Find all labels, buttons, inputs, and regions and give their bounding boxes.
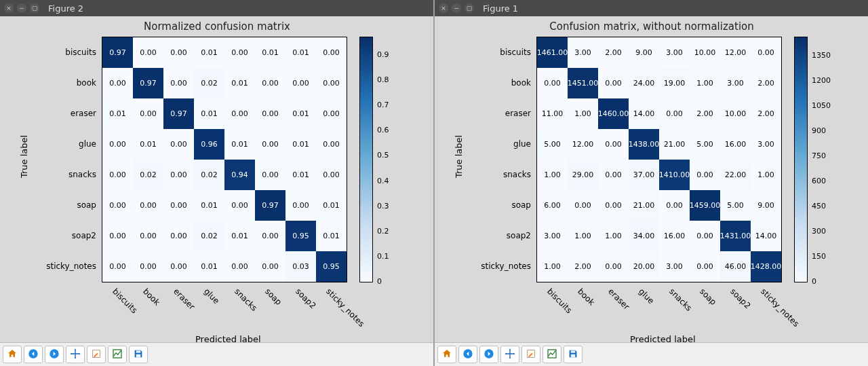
heatmap-cell: 0.00 bbox=[102, 129, 133, 160]
heatmap-cell: 5.00 bbox=[720, 190, 751, 221]
heatmap-cell: 0.00 bbox=[316, 98, 347, 129]
toolbar-home-button[interactable] bbox=[437, 346, 456, 363]
toolbar-edit-button[interactable] bbox=[87, 346, 106, 363]
heatmap-cell: 12.00 bbox=[720, 37, 751, 68]
colorbar-tick: 900 bbox=[812, 126, 826, 135]
heatmap-cell: 2.00 bbox=[568, 251, 598, 282]
colorbar-tick: 1200 bbox=[812, 76, 831, 85]
mpl-toolbar bbox=[435, 342, 868, 366]
heatmap-cell: 1459.00 bbox=[690, 190, 720, 221]
x-tick-label: eraser bbox=[172, 287, 197, 312]
toolbar-forward-button[interactable] bbox=[45, 346, 64, 363]
heatmap-cell: 1438.00 bbox=[629, 129, 659, 160]
y-tick-label: snacks bbox=[0, 159, 96, 189]
figure-window-2: × − ▢ Figure 2 Normalized confusion matr… bbox=[0, 0, 435, 366]
toolbar-home-button[interactable] bbox=[3, 346, 22, 363]
heatmap-cell: 0.01 bbox=[194, 251, 224, 282]
heatmap-cell: 1460.00 bbox=[598, 98, 629, 129]
y-axis-label: True label bbox=[454, 135, 464, 178]
edit-icon bbox=[91, 348, 102, 361]
y-tick-label: soap2 bbox=[0, 220, 96, 251]
x-tick-label: soap bbox=[698, 287, 718, 307]
heatmap-cell: 0.00 bbox=[224, 37, 255, 68]
x-tick-label: soap bbox=[263, 287, 283, 307]
heatmap-cell: 0.00 bbox=[255, 251, 285, 282]
colorbar bbox=[794, 37, 808, 282]
colorbar-tick: 0.7 bbox=[377, 100, 389, 109]
heatmap-cell: 0.03 bbox=[285, 251, 316, 282]
heatmap-cell: 5.00 bbox=[537, 129, 568, 160]
svg-rect-5 bbox=[136, 354, 141, 357]
heatmap-axes: 1461.003.002.009.003.0010.0012.000.000.0… bbox=[536, 37, 782, 282]
maximize-icon[interactable]: ▢ bbox=[30, 3, 39, 13]
colorbar-tick: 300 bbox=[812, 227, 826, 236]
minimize-icon[interactable]: − bbox=[452, 3, 461, 13]
heatmap-cell: 0.00 bbox=[255, 129, 285, 160]
home-icon bbox=[441, 348, 452, 361]
y-tick-label: sticky_notes bbox=[435, 251, 531, 281]
toolbar-save-button[interactable] bbox=[129, 346, 148, 363]
x-tick-label: sticky_notes bbox=[324, 287, 366, 329]
colorbar-tick: 1050 bbox=[812, 101, 831, 110]
heatmap-cell: 0.97 bbox=[255, 190, 285, 221]
toolbar-back-button[interactable] bbox=[24, 346, 43, 363]
heatmap-cell: 0.02 bbox=[194, 221, 224, 251]
toolbar-forward-button[interactable] bbox=[479, 346, 498, 363]
heatmap-cell: 34.00 bbox=[629, 221, 659, 251]
x-tick-label: sticky_notes bbox=[759, 287, 801, 329]
heatmap-cell: 0.00 bbox=[133, 37, 163, 68]
pan-icon bbox=[505, 348, 515, 361]
toolbar-edit-button[interactable] bbox=[521, 346, 540, 363]
heatmap-cell: 12.00 bbox=[568, 129, 598, 160]
close-icon[interactable]: × bbox=[439, 3, 448, 13]
heatmap-cell: 0.02 bbox=[133, 160, 163, 190]
heatmap-cell: 2.00 bbox=[598, 37, 629, 68]
heatmap-cell: 0.01 bbox=[224, 129, 255, 160]
colorbar-tick: 0.8 bbox=[377, 75, 389, 84]
heatmap-cell: 0.00 bbox=[751, 37, 781, 68]
toolbar-pan-button[interactable] bbox=[66, 346, 85, 363]
close-icon[interactable]: × bbox=[4, 3, 14, 13]
heatmap-cell: 0.00 bbox=[285, 190, 316, 221]
titlebar[interactable]: × − ▢ Figure 2 bbox=[0, 0, 433, 16]
heatmap-cell: 46.00 bbox=[720, 251, 751, 282]
minimize-icon[interactable]: − bbox=[17, 3, 26, 13]
heatmap-cell: 1.00 bbox=[537, 160, 568, 190]
maximize-icon[interactable]: ▢ bbox=[465, 3, 474, 13]
heatmap-cell: 0.01 bbox=[133, 129, 163, 160]
toolbar-pan-button[interactable] bbox=[500, 346, 519, 363]
y-tick-label: soap bbox=[0, 189, 96, 220]
heatmap-cell: 0.00 bbox=[690, 160, 720, 190]
split-container: × − ▢ Figure 2 Normalized confusion matr… bbox=[0, 0, 868, 366]
y-tick-label: soap bbox=[435, 189, 531, 220]
y-tick-label: book bbox=[0, 67, 96, 98]
heatmap-cell: 0.97 bbox=[102, 37, 133, 68]
y-tick-label: biscuits bbox=[435, 37, 531, 67]
titlebar[interactable]: × − ▢ Figure 1 bbox=[435, 0, 868, 16]
heatmap-cell: 16.00 bbox=[720, 129, 751, 160]
x-tick-label: biscuits bbox=[111, 287, 139, 315]
colorbar-tick: 750 bbox=[812, 151, 826, 160]
save-icon bbox=[568, 348, 578, 361]
heatmap-cell: 29.00 bbox=[568, 160, 598, 190]
heatmap-cell: 0.00 bbox=[163, 221, 194, 251]
toolbar-subplots-button[interactable] bbox=[542, 346, 561, 363]
toolbar-save-button[interactable] bbox=[564, 346, 583, 363]
heatmap-cell: 2.00 bbox=[751, 68, 781, 98]
heatmap-cell: 0.00 bbox=[224, 190, 255, 221]
heatmap-cell: 3.00 bbox=[751, 129, 781, 160]
heatmap-cell: 0.01 bbox=[285, 37, 316, 68]
heatmap-cell: 1428.00 bbox=[751, 251, 781, 282]
svg-rect-4 bbox=[136, 350, 141, 352]
heatmap-cell: 0.00 bbox=[255, 98, 285, 129]
colorbar-tick: 0.3 bbox=[377, 201, 389, 210]
y-axis-label: True label bbox=[19, 135, 29, 178]
heatmap-cell: 1.00 bbox=[751, 160, 781, 190]
forward-icon bbox=[49, 348, 60, 361]
toolbar-subplots-button[interactable] bbox=[108, 346, 127, 363]
back-icon bbox=[462, 348, 473, 361]
heatmap-cell: 0.97 bbox=[133, 68, 163, 98]
toolbar-back-button[interactable] bbox=[458, 346, 477, 363]
heatmap-cell: 0.00 bbox=[568, 190, 598, 221]
heatmap-cell: 0.00 bbox=[133, 190, 163, 221]
